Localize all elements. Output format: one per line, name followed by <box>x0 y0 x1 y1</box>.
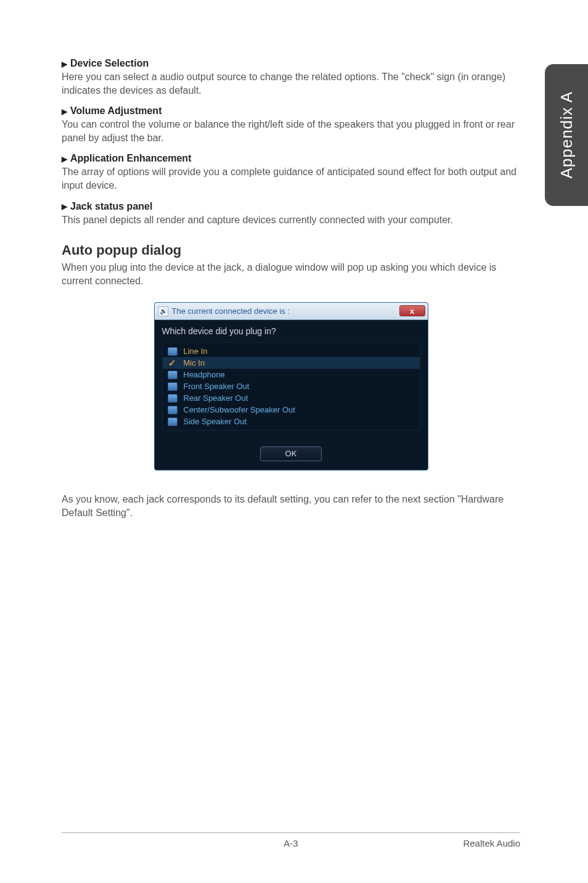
device-item-center-sub[interactable]: Center/Subwoofer Speaker Out <box>163 404 420 416</box>
side-tab-label: Appendix A <box>557 91 576 179</box>
page-content: ▶Device Selection Here you can select a … <box>62 49 520 520</box>
jack-square-icon <box>168 371 178 379</box>
device-label: Mic In <box>184 358 205 368</box>
device-item-side-speaker[interactable]: Side Speaker Out <box>163 416 420 427</box>
ok-button[interactable]: OK <box>260 446 322 461</box>
device-item-rear-speaker[interactable]: Rear Speaker Out <box>163 392 420 404</box>
auto-popup-heading: Auto popup dialog <box>62 242 520 258</box>
device-label: Line In <box>184 347 208 356</box>
device-item-line-in[interactable]: Line In <box>163 345 420 357</box>
section-device-selection-body: Here you can select a audio output sourc… <box>62 70 520 97</box>
device-label: Headphone <box>184 370 225 379</box>
device-label: Rear Speaker Out <box>184 393 248 403</box>
page-footer: A-3 Realtek Audio <box>62 832 520 848</box>
after-dialog-text: As you know, each jack corresponds to it… <box>62 493 520 519</box>
check-icon: ✓ <box>168 359 178 368</box>
auto-popup-body: When you plug into the device at the jac… <box>62 261 520 287</box>
footer-divider <box>62 832 520 833</box>
triangle-icon: ▶ <box>62 60 67 68</box>
section-jack-status-body: This panel depicts all render and captur… <box>62 213 520 227</box>
section-jack-status-title: ▶Jack status panel <box>62 201 520 212</box>
device-item-front-speaker[interactable]: Front Speaker Out <box>163 380 420 392</box>
speaker-icon: 🔊 <box>158 306 168 316</box>
device-list: Line In ✓ Mic In Headphone Front Speaker… <box>162 342 420 430</box>
device-item-mic-in[interactable]: ✓ Mic In <box>163 357 420 369</box>
close-button[interactable]: x <box>399 305 425 316</box>
section-volume-adjustment-title: ▶Volume Adjustment <box>62 105 520 117</box>
device-item-headphone[interactable]: Headphone <box>163 369 420 380</box>
dialog-title: The current connected device is : <box>172 306 290 316</box>
dialog-prompt: Which device did you plug in? <box>162 326 420 336</box>
jack-square-icon <box>168 347 178 356</box>
jack-square-icon <box>168 394 178 403</box>
section-volume-adjustment-body: You can control the volume or balance th… <box>62 118 520 144</box>
ok-row: OK <box>162 446 420 461</box>
dialog-titlebar: 🔊 The current connected device is : x <box>155 303 428 320</box>
device-label: Front Speaker Out <box>184 382 250 391</box>
jack-square-icon <box>168 406 178 414</box>
triangle-icon: ▶ <box>62 202 67 211</box>
dialog-window: 🔊 The current connected device is : x Wh… <box>154 302 428 470</box>
section-application-enhancement-body: The array of options will provide you a … <box>62 165 520 192</box>
section-application-enhancement-title: ▶Application Enhancement <box>62 153 520 164</box>
device-label: Side Speaker Out <box>184 417 247 426</box>
section-device-selection-title: ▶Device Selection <box>62 58 520 69</box>
triangle-icon: ▶ <box>62 155 67 163</box>
jack-square-icon <box>168 382 178 391</box>
jack-square-icon <box>168 417 178 426</box>
footer-page-number: A-3 <box>62 838 520 848</box>
side-tab: Appendix A <box>545 64 588 206</box>
triangle-icon: ▶ <box>62 107 67 116</box>
device-label: Center/Subwoofer Speaker Out <box>184 405 295 414</box>
dialog-body: Which device did you plug in? Line In ✓ … <box>155 320 428 470</box>
